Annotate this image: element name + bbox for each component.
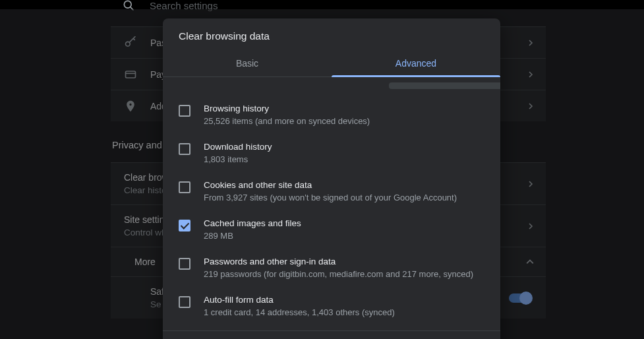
option-passwords[interactable]: Passwords and other sign-in data 219 pas… [179,249,492,287]
dialog-title: Clear browsing data [163,18,500,51]
option-cached[interactable]: Cached images and files 289 MB [179,210,492,249]
checkbox[interactable] [179,143,190,155]
checkbox[interactable] [179,105,190,117]
option-download-history[interactable]: Download history 1,803 items [179,134,492,172]
checkbox[interactable] [179,220,190,231]
checkbox[interactable] [179,296,190,308]
checkbox[interactable] [179,181,190,193]
option-title: Browsing history [204,104,370,113]
option-subtitle: 219 passwords (for digitbin.com, mediafi… [204,269,473,279]
dialog-footer: Cancel Clear data [163,330,500,339]
option-title: Cached images and files [204,218,301,228]
option-browsing-history[interactable]: Browsing history 25,526 items (and more … [179,96,492,134]
option-autofill[interactable]: Auto-fill form data 1 credit card, 14 ad… [179,287,492,325]
dialog-options: Browsing history 25,526 items (and more … [163,93,500,330]
option-subtitle: From 3,927 sites (you won't be signed ou… [204,193,457,202]
dialog-tabs: Basic Advanced [163,51,500,77]
svg-point-0 [124,1,131,8]
option-subtitle: 1 credit card, 14 addresses, 1,403 other… [204,307,395,317]
option-title: Auto-fill form data [204,295,395,305]
option-title: Download history [204,142,272,152]
option-title: Passwords and other sign-in data [204,257,473,266]
tab-advanced[interactable]: Advanced [332,51,500,77]
tab-basic[interactable]: Basic [163,51,332,77]
checkbox[interactable] [179,258,190,270]
clear-browsing-data-dialog: Clear browsing data Basic Advanced Brows… [163,18,500,339]
option-subtitle: 25,526 items (and more on synced devices… [204,116,370,126]
option-title: Cookies and other site data [204,180,457,190]
time-range-dropdown[interactable] [389,82,500,89]
option-subtitle: 1,803 items [204,154,272,164]
option-subtitle: 289 MB [204,231,301,241]
option-cookies[interactable]: Cookies and other site data From 3,927 s… [179,172,492,210]
